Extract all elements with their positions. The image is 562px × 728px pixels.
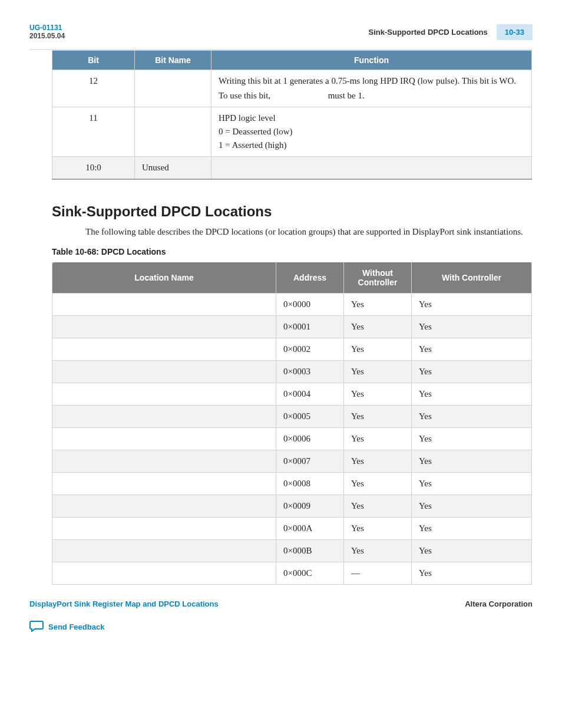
cell: Yes (344, 338, 412, 361)
table-row: 10:0 Unused (52, 157, 532, 180)
footer-left-link[interactable]: DisplayPort Sink Register Map and DPCD L… (29, 599, 219, 608)
doc-date: 2015.05.04 (29, 32, 65, 40)
table-header-row: Location Name Address Without Controller… (52, 262, 532, 294)
speech-bubble-icon (29, 620, 44, 634)
table-row: 0×000C—Yes (52, 562, 532, 585)
section-heading: Sink-Supported DPCD Locations (52, 203, 533, 220)
col-bit: Bit (52, 51, 135, 70)
cell: Yes (412, 450, 532, 473)
fn-text-part: must be 1. (328, 91, 365, 100)
table-row: 12 Writing this bit at 1 generates a 0.7… (52, 70, 532, 107)
send-feedback-link[interactable]: Send Feedback (29, 620, 104, 634)
table-row: 0×0001YesYes (52, 316, 532, 338)
cell: 0×0008 (276, 473, 344, 495)
fn-text: HPD logic level (219, 113, 524, 123)
cell (52, 361, 276, 383)
send-feedback-label: Send Feedback (48, 622, 104, 631)
cell: 0×0006 (276, 428, 344, 450)
cell (52, 383, 276, 406)
fn-text: 1 = Asserted (high) (219, 140, 524, 150)
cell-function: Writing this bit at 1 generates a 0.75-m… (211, 70, 532, 107)
cell: Yes (412, 338, 532, 361)
cell (52, 473, 276, 495)
cell: Yes (412, 473, 532, 495)
cell: Yes (412, 518, 532, 540)
cell: Yes (344, 406, 412, 428)
dpcd-locations-table: Location Name Address Without Controller… (52, 262, 532, 585)
table-row: 0×000BYesYes (52, 540, 532, 562)
cell (52, 428, 276, 450)
cell-bitname (135, 70, 211, 107)
cell: 0×000A (276, 518, 344, 540)
page-number-chip: 10-33 (497, 24, 533, 40)
doc-id: UG-01131 (29, 24, 65, 32)
cell (52, 316, 276, 338)
cell: 0×0000 (276, 294, 344, 316)
cell: Yes (344, 450, 412, 473)
cell: Yes (412, 316, 532, 338)
table-row: 0×0009YesYes (52, 495, 532, 518)
cell (52, 450, 276, 473)
header-right: Sink-Supported DPCD Locations 10-33 (369, 24, 533, 40)
col-function: Function (211, 51, 532, 70)
cell: 0×0002 (276, 338, 344, 361)
table-row: 0×0004YesYes (52, 383, 532, 406)
table-row: 0×000AYesYes (52, 518, 532, 540)
bit-table: Bit Bit Name Function 12 Writing this bi… (52, 50, 532, 180)
cell (52, 518, 276, 540)
table-row: 0×0000YesYes (52, 294, 532, 316)
cell-bitname: Unused (135, 157, 211, 180)
cell (52, 406, 276, 428)
table-row: 11 HPD logic level 0 = Deasserted (low) … (52, 107, 532, 157)
table-row: 0×0002YesYes (52, 338, 532, 361)
cell-bitname (135, 107, 211, 157)
page-footer: DisplayPort Sink Register Map and DPCD L… (29, 599, 533, 608)
cell: 0×0009 (276, 495, 344, 518)
cell: Yes (412, 361, 532, 383)
doc-id-block: UG-01131 2015.05.04 (29, 24, 65, 40)
header-section-title: Sink-Supported DPCD Locations (369, 28, 488, 37)
table-row: 0×0006YesYes (52, 428, 532, 450)
cell-bit: 12 (52, 70, 135, 107)
cell: Yes (412, 294, 532, 316)
cell: — (344, 562, 412, 585)
cell: Yes (344, 294, 412, 316)
cell (52, 540, 276, 562)
page-header: UG-01131 2015.05.04 Sink-Supported DPCD … (29, 24, 533, 40)
cell (52, 562, 276, 585)
cell: 0×0003 (276, 361, 344, 383)
cell: Yes (412, 383, 532, 406)
footer-company: Altera Corporation (465, 599, 533, 608)
cell: Yes (344, 495, 412, 518)
cell: Yes (412, 495, 532, 518)
cell (52, 294, 276, 316)
table-row: 0×0007YesYes (52, 450, 532, 473)
fn-text: To use this bit, must be 1. (219, 91, 524, 101)
cell: Yes (412, 406, 532, 428)
cell-bit: 10:0 (52, 157, 135, 180)
cell-function (211, 157, 532, 180)
col-bit-name: Bit Name (135, 51, 211, 70)
col-with-controller: With Controller (412, 262, 532, 294)
cell: Yes (344, 473, 412, 495)
fn-text: Writing this bit at 1 generates a 0.75-m… (219, 76, 524, 86)
section-intro: The following table describes the DPCD l… (85, 226, 533, 238)
cell: 0×0004 (276, 383, 344, 406)
cell: 0×000C (276, 562, 344, 585)
cell: Yes (344, 540, 412, 562)
cell: Yes (344, 316, 412, 338)
cell: 0×0007 (276, 450, 344, 473)
cell: Yes (412, 540, 532, 562)
table-header-row: Bit Bit Name Function (52, 51, 532, 70)
cell: Yes (344, 361, 412, 383)
cell: Yes (344, 518, 412, 540)
cell: 0×0005 (276, 406, 344, 428)
table-row: 0×0005YesYes (52, 406, 532, 428)
col-address: Address (276, 262, 344, 294)
fn-text-part: To use this bit, (219, 91, 270, 100)
cell: Yes (344, 383, 412, 406)
cell: 0×000B (276, 540, 344, 562)
cell: Yes (412, 562, 532, 585)
cell-function: HPD logic level 0 = Deasserted (low) 1 =… (211, 107, 532, 157)
cell: Yes (344, 428, 412, 450)
